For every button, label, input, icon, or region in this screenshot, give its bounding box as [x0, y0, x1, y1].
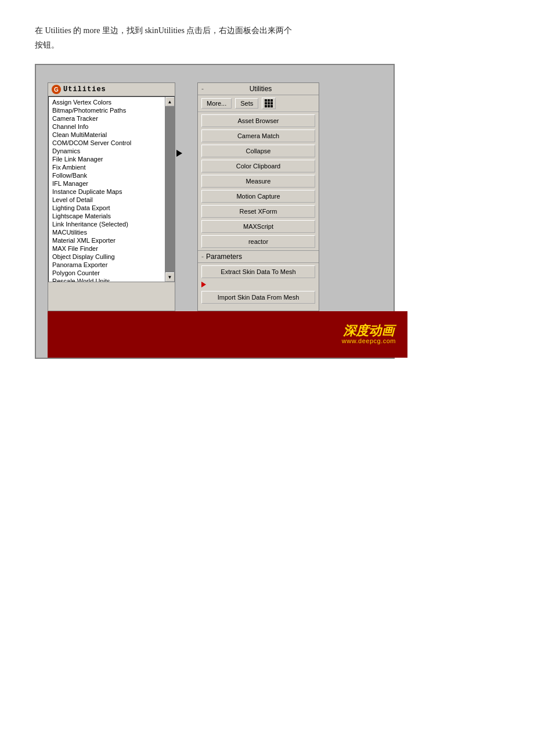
utilities-list[interactable]: Assign Vertex ColorsBitmap/Photometric P… [48, 96, 175, 282]
list-item[interactable]: Camera Tracker [49, 114, 174, 123]
list-item[interactable]: Assign Vertex Colors [49, 98, 174, 106]
utilities-title-bar: G Utilities [48, 83, 175, 96]
list-item[interactable]: Bitmap/Photometric Paths [49, 106, 174, 114]
utility-button-motion-capture[interactable]: Motion Capture [201, 190, 315, 203]
utility-button-collapse[interactable]: Collapse [201, 145, 315, 157]
extract-skin-button[interactable]: Extract Skin Data To Mesh [201, 265, 315, 278]
more-sets-row: More... Sets [198, 95, 319, 112]
utility-button-reset-xform[interactable]: Reset XForm [201, 205, 315, 218]
intro-text: 在 Utilities 的 more 里边，找到 skinUtilities 点… [35, 23, 499, 52]
scroll-track [165, 106, 174, 272]
list-item[interactable]: Channel Info [49, 123, 174, 131]
list-item[interactable]: COM/DCOM Server Control [49, 139, 174, 147]
list-item[interactable]: MAX File Finder [49, 244, 174, 253]
grid-icon-button[interactable] [262, 98, 276, 109]
logo-area: 深度动画 www.deepcg.com [342, 325, 396, 344]
right-panel-header: - Utilities [198, 83, 319, 95]
right-panel-title: Utilities [206, 85, 315, 93]
list-item[interactable]: Clean MultiMaterial [49, 131, 174, 139]
list-item[interactable]: Level of Detail [49, 196, 174, 204]
header-dash: - [201, 85, 204, 93]
list-item[interactable]: Instance Duplicate Maps [49, 188, 174, 196]
arrow-right-icon [176, 150, 182, 157]
utilities-panel: G Utilities Assign Vertex ColorsBitmap/P… [48, 82, 175, 311]
scroll-down-arrow[interactable]: ▼ [165, 272, 175, 282]
parameters-section-header: - Parameters [198, 250, 319, 263]
list-item[interactable]: Dynamics [49, 147, 174, 155]
intro-line1: 在 Utilities 的 more 里边，找到 skinUtilities 点… [35, 26, 292, 35]
extract-arrow-icon [201, 282, 206, 287]
arrow-container [175, 82, 197, 311]
utility-button-camera-match[interactable]: Camera Match [201, 129, 315, 142]
logo-cn-text: 深度动画 [343, 325, 394, 337]
more-button[interactable]: More... [201, 98, 232, 109]
list-item[interactable]: Rescale World Units [49, 277, 174, 282]
list-item[interactable]: Object Display Culling [49, 253, 174, 261]
parameters-label: Parameters [206, 253, 242, 261]
list-item[interactable]: Material XML Exporter [49, 236, 174, 244]
list-item[interactable]: Link Inheritance (Selected) [49, 220, 174, 228]
parameters-dash: - [201, 253, 204, 261]
arrow-indicator [176, 150, 182, 157]
logo-en-text: www.deepcg.com [342, 337, 396, 344]
scroll-up-arrow[interactable]: ▲ [165, 97, 175, 106]
list-item[interactable]: IFL Manager [49, 179, 174, 188]
intro-line2: 按钮。 [35, 41, 59, 49]
utility-button-reactor[interactable]: reactor [201, 235, 315, 248]
list-item[interactable]: Lightscape Materials [49, 212, 174, 220]
import-skin-button[interactable]: Import Skin Data From Mesh [201, 291, 315, 304]
utility-button-measure[interactable]: Measure [201, 175, 315, 188]
grid-dots-icon [265, 99, 273, 107]
list-item[interactable]: Panorama Exporter [49, 261, 174, 269]
utility-button-maxscript[interactable]: MAXScript [201, 220, 315, 233]
list-item[interactable]: Fix Ambient [49, 163, 174, 171]
utility-button-asset-browser[interactable]: Asset Browser [201, 114, 315, 127]
screenshot-container: G Utilities Assign Vertex ColorsBitmap/P… [35, 64, 395, 359]
utilities-panel-title: Utilities [63, 85, 106, 93]
list-item[interactable]: MACUtilities [49, 228, 174, 236]
list-item[interactable]: Lighting Data Export [49, 204, 174, 212]
list-item[interactable]: File Link Manager [49, 155, 174, 163]
right-panel: - Utilities More... Sets [197, 82, 319, 311]
utilities-icon: G [52, 85, 61, 94]
sets-button[interactable]: Sets [235, 98, 258, 109]
list-item[interactable]: Follow/Bank [49, 171, 174, 179]
list-item[interactable]: Polygon Counter [49, 269, 174, 277]
scrollbar[interactable]: ▲ ▼ [165, 97, 174, 282]
panel-buttons-container: Asset BrowserCamera MatchCollapseColor C… [198, 114, 319, 248]
utility-button-color-clipboard[interactable]: Color Clipboard [201, 160, 315, 172]
bottom-bar: 深度动画 www.deepcg.com [48, 311, 407, 358]
utilities-list-inner: Assign Vertex ColorsBitmap/Photometric P… [49, 97, 174, 282]
